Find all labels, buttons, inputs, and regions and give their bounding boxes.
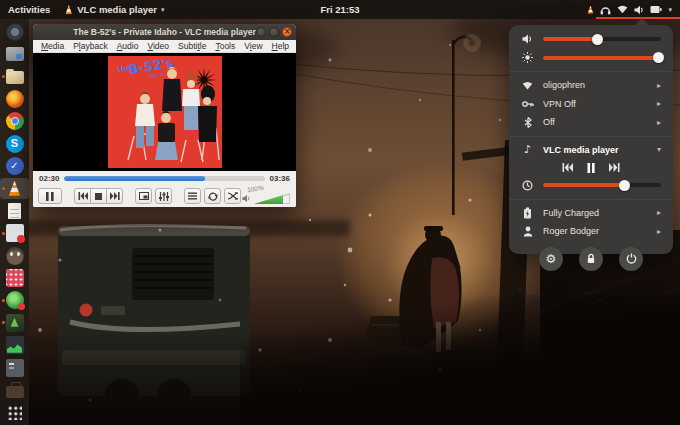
equalizer-button[interactable]: [155, 188, 172, 204]
settings-button[interactable]: ⚙: [539, 247, 563, 271]
dock-item-security-app[interactable]: [0, 312, 29, 333]
dock-item-camera-app[interactable]: [0, 21, 29, 42]
volume-slider[interactable]: [254, 193, 290, 204]
wifi-icon: [521, 81, 534, 90]
music-note-icon: ♪: [521, 144, 534, 155]
brightness-slider-thumb[interactable]: [653, 52, 664, 63]
dock-item-skype[interactable]: [0, 133, 29, 154]
seek-bar-fill: [64, 176, 204, 181]
media-player-menu-item[interactable]: ♪ VLC media player ▾: [509, 141, 673, 160]
next-button[interactable]: [106, 188, 123, 204]
fullscreen-button[interactable]: [135, 188, 152, 204]
elapsed-time: 02:30: [39, 174, 59, 183]
bluetooth-menu-item[interactable]: Off ▸: [509, 113, 673, 132]
caret-down-icon: ▾: [161, 6, 165, 14]
volume-slider[interactable]: [543, 37, 661, 41]
firefox-icon: [6, 90, 24, 108]
gear-icon: ⚙: [546, 253, 557, 265]
headphones-icon: [600, 5, 611, 15]
todo-app-icon: [6, 157, 24, 175]
bluetooth-icon: [521, 117, 534, 128]
app-menu-button[interactable]: VLC media player ▾: [64, 4, 164, 15]
chevron-right-icon: ▸: [657, 99, 661, 108]
dock-item-briefcase-app[interactable]: [0, 380, 29, 401]
menu-video[interactable]: Video: [147, 41, 169, 51]
chevron-right-icon: ▸: [657, 227, 661, 236]
dock-item-video-editor[interactable]: [0, 223, 29, 244]
minimize-button[interactable]: [256, 27, 266, 37]
system-menu: oligophren ▸ VPN Off ▸ Off ▸ ♪ VLC media…: [509, 25, 673, 254]
dock-item-chrome[interactable]: [0, 111, 29, 132]
vlc-tray-icon[interactable]: [586, 6, 594, 14]
media-progress-thumb[interactable]: [619, 180, 630, 191]
caret-down-icon: ▾: [668, 6, 672, 14]
menu-subtitle[interactable]: Subtitle: [178, 41, 206, 51]
wifi-menu-item[interactable]: oligophren ▸: [509, 76, 673, 95]
pause-button[interactable]: [38, 188, 62, 204]
menu-playback[interactable]: Playback: [73, 41, 108, 51]
dock-item-todo-app[interactable]: [0, 155, 29, 176]
menu-help[interactable]: Help: [272, 41, 289, 51]
volume-slider-thumb[interactable]: [592, 34, 603, 45]
key-icon: [521, 100, 534, 108]
dock-item-firefox[interactable]: [0, 88, 29, 109]
maximize-button[interactable]: [269, 27, 279, 37]
dock-item-vlc[interactable]: [0, 178, 29, 199]
menu-view[interactable]: View: [244, 41, 262, 51]
speaker-icon: [242, 194, 251, 203]
volume-percent-label: 100%: [247, 184, 264, 193]
brightness-icon: [521, 52, 534, 63]
volume-fill: [254, 193, 283, 204]
pause-button[interactable]: [587, 163, 595, 173]
user-menu-item[interactable]: Roger Bodger ▸: [509, 222, 673, 241]
menu-tools[interactable]: Tools: [215, 41, 235, 51]
battery-status: Fully Charged: [543, 208, 648, 218]
shuffle-button[interactable]: [224, 188, 241, 204]
briefcase-app-icon: [6, 386, 24, 398]
dock-item-character-map[interactable]: [0, 267, 29, 288]
wifi-network-name: oligophren: [543, 80, 648, 90]
dock-item-system-monitor[interactable]: [0, 335, 29, 356]
volume-row: [509, 30, 673, 49]
dock-item-screen-share-app[interactable]: [0, 43, 29, 64]
dock-item-green-messenger[interactable]: [0, 290, 29, 311]
vlc-icon: [7, 181, 22, 196]
volume-control[interactable]: 100%: [242, 193, 290, 204]
close-button[interactable]: [282, 27, 292, 37]
desktop: Activities VLC media player ▾ Fri 21:53: [0, 0, 680, 425]
lock-button[interactable]: [579, 247, 603, 271]
gimp-icon: [6, 247, 24, 265]
app-menu-label: VLC media player: [77, 4, 157, 15]
playlist-button[interactable]: [184, 188, 201, 204]
vpn-menu-item[interactable]: VPN Off ▸: [509, 95, 673, 114]
brightness-slider[interactable]: [543, 56, 661, 60]
media-player-name: VLC media player: [543, 145, 648, 155]
character-map-icon: [6, 269, 24, 287]
loop-button[interactable]: [204, 188, 221, 204]
seek-bar[interactable]: [64, 176, 264, 181]
menu-media[interactable]: Media: [41, 41, 64, 51]
previous-button[interactable]: [74, 188, 91, 204]
dock-item-show-applications[interactable]: [0, 402, 29, 423]
stop-button[interactable]: [90, 188, 107, 204]
battery-icon: [521, 207, 534, 219]
battery-menu-item[interactable]: Fully Charged ▸: [509, 204, 673, 223]
previous-track-button[interactable]: [562, 163, 573, 172]
next-track-button[interactable]: [609, 163, 620, 172]
dock-item-terminal[interactable]: [0, 357, 29, 378]
dock-item-gimp[interactable]: [0, 245, 29, 266]
dock: [0, 19, 29, 425]
menu-audio[interactable]: Audio: [117, 41, 139, 51]
media-progress-slider[interactable]: [543, 183, 661, 187]
clock[interactable]: Fri 21:53: [320, 4, 359, 15]
top-bar: Activities VLC media player ▾ Fri 21:53: [0, 0, 680, 19]
vlc-titlebar[interactable]: The B-52's - Private Idaho - VLC media p…: [33, 24, 296, 40]
activities-button[interactable]: Activities: [8, 4, 50, 15]
power-button[interactable]: [619, 247, 643, 271]
dock-item-text-editor[interactable]: [0, 200, 29, 221]
chevron-right-icon: ▸: [657, 118, 661, 127]
dock-item-files[interactable]: [0, 66, 29, 87]
text-editor-icon: [8, 203, 21, 219]
vlc-controls: 100%: [33, 185, 296, 207]
vlc-video-area[interactable]: the B-52's play loud: [33, 53, 296, 171]
